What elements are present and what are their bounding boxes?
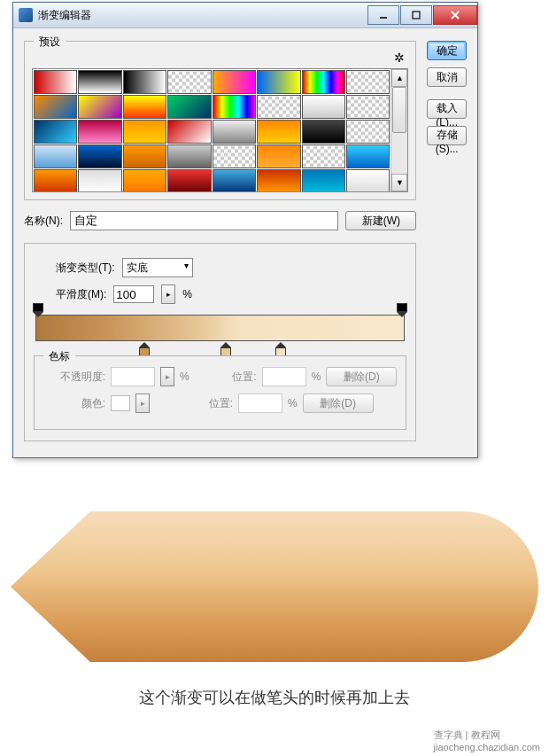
- preset-swatch[interactable]: [213, 120, 256, 144]
- close-button[interactable]: [433, 5, 477, 25]
- maximize-button[interactable]: [400, 5, 432, 25]
- opacity-stop[interactable]: [397, 303, 407, 316]
- watermark: 查字典 | 教程网 jiaocheng.chazidian.com: [434, 729, 540, 752]
- color-stop[interactable]: [275, 342, 286, 355]
- gradient-bar[interactable]: [35, 315, 405, 341]
- svg-rect-1: [413, 12, 420, 19]
- preset-swatch[interactable]: [213, 144, 256, 168]
- close-icon: [450, 10, 460, 20]
- preset-swatch[interactable]: [123, 95, 166, 119]
- caption: 这个渐变可以在做笔头的时候再加上去: [0, 687, 549, 708]
- preset-swatch[interactable]: [302, 95, 345, 119]
- delete-opacity-button[interactable]: 删除(D): [326, 367, 397, 386]
- pencil-shape: [11, 511, 538, 662]
- scroll-up-button[interactable]: ▲: [391, 69, 407, 87]
- preset-swatch[interactable]: [78, 95, 121, 119]
- scroll-track[interactable]: [391, 87, 407, 174]
- preset-swatch[interactable]: [123, 169, 166, 191]
- preset-swatch[interactable]: [34, 95, 77, 119]
- preset-swatch[interactable]: [346, 120, 390, 144]
- name-label: 名称(N):: [24, 214, 63, 229]
- preset-swatch[interactable]: [257, 144, 300, 168]
- percent-sign: %: [288, 397, 298, 409]
- delete-color-button[interactable]: 删除(D): [303, 394, 374, 413]
- preset-swatch[interactable]: [78, 169, 121, 191]
- color-position-input[interactable]: [238, 394, 282, 413]
- preset-swatch[interactable]: [78, 144, 121, 168]
- presets-group: 预设 ✲ ▲ ▼: [24, 41, 416, 200]
- preset-scrollbar[interactable]: ▲ ▼: [390, 69, 407, 191]
- type-select[interactable]: 实底: [122, 258, 193, 277]
- smooth-input[interactable]: [113, 285, 154, 303]
- color-stop[interactable]: [139, 342, 150, 355]
- gradient-editor: [34, 315, 406, 341]
- pencil-preview: [11, 511, 538, 662]
- minimize-button[interactable]: [367, 5, 399, 25]
- gear-icon[interactable]: ✲: [394, 51, 405, 65]
- preset-swatch[interactable]: [213, 95, 256, 119]
- opacity-position-input[interactable]: [262, 367, 306, 386]
- gradient-editor-window: 渐变编辑器 预设 ✲ ▲: [12, 2, 478, 458]
- preset-swatch[interactable]: [346, 70, 390, 94]
- percent-sign: %: [312, 370, 321, 383]
- preset-swatch[interactable]: [34, 144, 77, 168]
- titlebar[interactable]: 渐变编辑器: [13, 3, 477, 28]
- percent-sign: %: [182, 288, 192, 300]
- opacity-input[interactable]: [111, 367, 155, 386]
- color-label: 颜色:: [43, 396, 105, 411]
- minimize-icon: [378, 10, 389, 20]
- preset-swatch[interactable]: [302, 70, 345, 94]
- opacity-label: 不透明度:: [43, 370, 105, 385]
- preset-swatch[interactable]: [213, 169, 256, 191]
- color-picker-button[interactable]: ▸: [135, 394, 150, 413]
- preset-swatch[interactable]: [302, 144, 345, 168]
- preset-swatch[interactable]: [257, 169, 300, 191]
- preset-swatch[interactable]: [78, 120, 121, 144]
- preset-swatch[interactable]: [257, 95, 300, 119]
- color-stop[interactable]: [220, 342, 231, 355]
- load-button[interactable]: 载入(L)...: [427, 99, 467, 119]
- ok-button[interactable]: 确定: [427, 41, 467, 60]
- maximize-icon: [411, 10, 421, 20]
- preset-swatch[interactable]: [346, 169, 390, 191]
- preset-swatch[interactable]: [257, 70, 300, 94]
- preset-swatch[interactable]: [34, 70, 77, 94]
- preset-swatch[interactable]: [34, 169, 77, 191]
- scroll-thumb[interactable]: [392, 87, 406, 133]
- new-button[interactable]: 新建(W): [345, 211, 416, 230]
- stops-legend: 色标: [43, 349, 75, 364]
- cancel-button[interactable]: 取消: [427, 67, 467, 87]
- smooth-label: 平滑度(M):: [56, 287, 106, 302]
- preset-swatch[interactable]: [302, 120, 345, 144]
- preset-swatch[interactable]: [213, 70, 256, 94]
- preset-swatch[interactable]: [167, 120, 211, 144]
- preset-swatch[interactable]: [167, 169, 211, 191]
- opacity-stepper[interactable]: ▸: [160, 367, 174, 386]
- position-label: 位置:: [195, 370, 257, 385]
- opacity-stop[interactable]: [33, 303, 43, 316]
- preset-swatch[interactable]: [123, 144, 166, 168]
- type-label: 渐变类型(T):: [56, 261, 115, 276]
- preset-swatch[interactable]: [302, 169, 345, 191]
- smooth-stepper[interactable]: ▸: [161, 284, 175, 304]
- preset-swatch[interactable]: [167, 144, 211, 168]
- stops-group: 色标 不透明度: ▸ % 位置: % 删除(D) 颜色: ▸: [34, 355, 406, 430]
- preset-swatch[interactable]: [167, 70, 211, 94]
- scroll-down-button[interactable]: ▼: [391, 174, 407, 191]
- name-input[interactable]: [70, 211, 338, 230]
- preset-swatch[interactable]: [123, 70, 166, 94]
- percent-sign: %: [180, 370, 189, 383]
- color-swatch[interactable]: [111, 395, 130, 411]
- preset-swatch[interactable]: [167, 95, 211, 119]
- preset-swatch[interactable]: [346, 144, 390, 168]
- preset-swatch[interactable]: [34, 120, 77, 144]
- position-label: 位置:: [171, 396, 233, 411]
- preset-swatch[interactable]: [257, 120, 300, 144]
- preset-swatch[interactable]: [123, 120, 166, 144]
- presets-legend: 预设: [34, 35, 66, 50]
- save-button[interactable]: 存储(S)...: [427, 126, 467, 145]
- preset-swatch[interactable]: [346, 95, 390, 119]
- app-icon: [19, 8, 33, 22]
- preset-swatch[interactable]: [78, 70, 121, 94]
- type-value: 实底: [127, 261, 148, 276]
